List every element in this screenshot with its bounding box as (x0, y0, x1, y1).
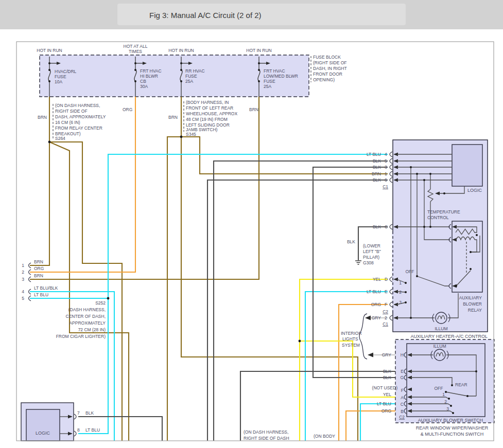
svg-text:A: A (401, 395, 404, 400)
svg-text:FROM CIGAR LIGHTER): FROM CIGAR LIGHTER) (56, 334, 106, 339)
svg-text:E: E (401, 369, 404, 374)
aux-pos-2: 2 (399, 290, 402, 295)
svg-text:25A: 25A (264, 84, 271, 89)
hot-label-2a: HOT AT ALL (124, 44, 148, 49)
svg-text:LT BLU: LT BLU (377, 401, 391, 406)
svg-text:72 CM (28 IN): 72 CM (28 IN) (78, 327, 106, 332)
pin-4-color: LT BLU/BLK (34, 285, 58, 291)
aux-logic-box (452, 145, 482, 186)
switch-pos-2: 2 (444, 399, 447, 404)
pin-1-num: 1 (22, 263, 24, 268)
svg-text:FUSE: FUSE (185, 74, 197, 79)
logic-pin-7-num: 7 (77, 410, 80, 416)
bottom-clip (0, 442, 503, 448)
svg-text:H: H (401, 352, 404, 357)
svg-text:HVAC/DRL: HVAC/DRL (55, 69, 77, 74)
svg-text:RIGHT SIDE OF: RIGHT SIDE OF (55, 109, 88, 114)
hot-label-2b: TIMES (129, 49, 142, 54)
switch-pos-1: 1 (442, 392, 445, 397)
hot-label-3: HOT IN RUN (168, 48, 194, 53)
temp-control-label-1: TEMPERATURE (427, 209, 460, 214)
svg-text:FUSE BLOCK: FUSE BLOCK (313, 55, 341, 60)
svg-text:CB: CB (140, 79, 146, 84)
on-body-note: (ON BODY (314, 434, 335, 439)
relay-label-2: BLOWER (463, 301, 482, 307)
aux-pos-3: 3 (399, 300, 402, 305)
svg-text:WHEELHOUSE, APPROX: WHEELHOUSE, APPROX (186, 111, 237, 116)
svg-text:FUSE: FUSE (55, 74, 66, 79)
svg-text:FUSE: FUSE (264, 79, 275, 84)
svg-text:30A: 30A (140, 84, 148, 89)
aux-c2: C2 (383, 309, 388, 314)
aux-logic-label: LOGIC (467, 188, 482, 193)
svg-text:YEL: YEL (383, 392, 391, 397)
pin-3-num: 3 (22, 277, 24, 282)
wire-label-brn-3: BRN (168, 115, 178, 120)
switch-pos-3: 3 (446, 406, 449, 411)
logic-pin-8-num: 8 (77, 427, 80, 433)
svg-text:FRONT OF LEFT REAR: FRONT OF LEFT REAR (186, 105, 233, 111)
svg-text:BLK: BLK (373, 224, 381, 229)
svg-text:(ON DASH HARNESS,: (ON DASH HARNESS, (55, 103, 100, 108)
svg-text:YEL: YEL (373, 277, 381, 282)
svg-text:LEFT "B": LEFT "B" (363, 249, 381, 254)
svg-text:LIGHTS: LIGHTS (342, 336, 358, 342)
splice-s264-label: S264 (55, 136, 65, 141)
switch-off-label: OFF (435, 386, 443, 391)
svg-text:(RIGHT SIDE OF: (RIGHT SIDE OF (313, 60, 347, 65)
pin-2-color: ORG (34, 266, 44, 271)
svg-text:48 CM (19 IN) FROM: 48 CM (19 IN) FROM (186, 117, 228, 122)
svg-text:25A: 25A (185, 79, 193, 84)
svg-text:BLK: BLK (383, 369, 391, 374)
svg-text:(NOT USED): (NOT USED) (372, 385, 398, 390)
aux-c1-top: C1 (383, 184, 388, 189)
on-dash-note-1: (ON DASH HARNESS, (244, 429, 288, 435)
logic-pin-7-color: BLK (85, 410, 94, 416)
wiring-diagram-page: Fig 3: Manual A/C Circuit (2 of 2) HOT I… (0, 0, 503, 448)
svg-text:1: 1 (385, 171, 387, 176)
svg-text:(DASH HARNESS,: (DASH HARNESS, (68, 307, 106, 312)
svg-text:D: D (385, 277, 388, 282)
svg-text:BRN: BRN (372, 171, 381, 176)
pin-4-num: 4 (22, 289, 24, 294)
svg-text:GRY: GRY (382, 352, 392, 357)
svg-text:FRT HVAC: FRT HVAC (264, 68, 285, 74)
diagram-canvas: Fig 3: Manual A/C Circuit (2 of 2) HOT I… (0, 0, 503, 448)
logic-module-label: LOGIC (36, 431, 50, 436)
switch-illum-label: ILLUM (433, 344, 446, 349)
aux-illum-label: ILLUM (435, 326, 447, 331)
g308-wire-label: BLK (347, 239, 355, 244)
svg-text:LT BLU: LT BLU (367, 152, 381, 157)
pin-5-color: LT BLU (34, 292, 48, 297)
svg-text:ORG: ORG (371, 302, 381, 307)
svg-text:2: 2 (385, 315, 387, 320)
svg-text:DASH, IN RIGHT: DASH, IN RIGHT (313, 66, 347, 71)
svg-text:5: 5 (385, 158, 387, 164)
svg-text:C: C (385, 224, 388, 229)
pin-2-num: 2 (22, 270, 24, 275)
aux-pos-1: 1 (399, 280, 402, 285)
svg-text:PILLAR): PILLAR) (363, 255, 379, 260)
splice-s252-label: S252 (95, 300, 106, 306)
wire-label-brn-1: BRN (38, 115, 47, 120)
svg-text:E: E (385, 289, 388, 294)
header: Fig 3: Manual A/C Circuit (2 of 2) (0, 0, 503, 29)
pin-3-color: BRN (34, 273, 43, 278)
switch-rear-label: REAR (455, 382, 467, 387)
svg-text:BLK: BLK (383, 375, 391, 380)
blower-switch-box (407, 344, 485, 417)
svg-text:INTERIOR: INTERIOR (341, 331, 362, 336)
pin-1-color: BRN (34, 259, 43, 264)
svg-text:CENTER OF DASH,: CENTER OF DASH, (66, 314, 106, 319)
multifunction-title-2: & MULTI-FUNCTION SWITCH (421, 432, 483, 437)
svg-text:B: B (401, 409, 404, 414)
svg-text:FROM RELAY CENTER: FROM RELAY CENTER (55, 126, 102, 131)
svg-text:FRONT DOOR: FRONT DOOR (313, 71, 342, 77)
svg-text:RR HVAC: RR HVAC (185, 68, 205, 74)
aux-control-title: AUXILIARY HEATER-A/C CONTROL (410, 334, 488, 339)
svg-text:G: G (400, 375, 404, 380)
logic-pin-8-color: LT BLU (85, 427, 100, 433)
svg-text:BLK: BLK (373, 177, 381, 183)
svg-text:C: C (401, 402, 404, 407)
svg-text:DASH, APPROXIMATELY: DASH, APPROXIMATELY (55, 114, 106, 119)
